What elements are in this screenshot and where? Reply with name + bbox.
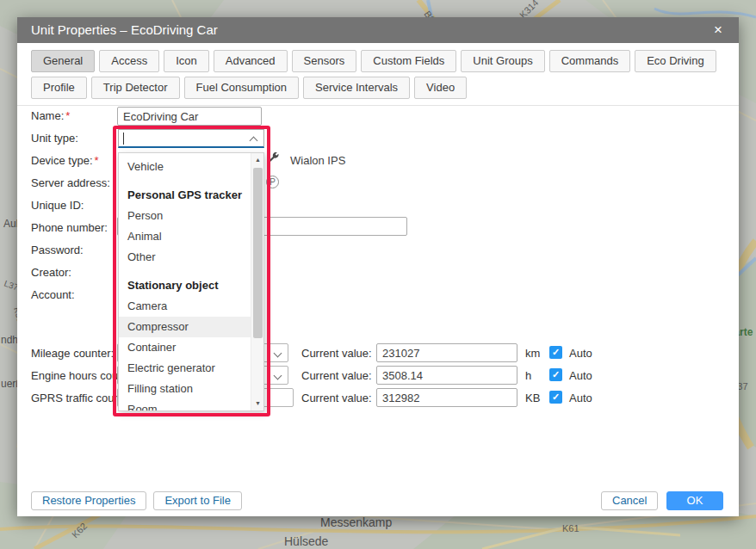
scroll-down-icon[interactable]: ▼ [251, 398, 264, 410]
footer-left-buttons: Restore Properties Export to File [31, 491, 242, 510]
unique-id-label: Unique ID: [31, 199, 84, 212]
engine-hours-current-value-input[interactable] [376, 366, 517, 385]
dropdown-scrollbar[interactable]: ▲ ▼ [251, 153, 263, 410]
close-icon[interactable]: × [708, 17, 728, 43]
required-asterisk: * [95, 154, 99, 167]
dropdown-item-compressor[interactable]: Compressor [119, 317, 251, 337]
text-caret [123, 133, 124, 145]
export-to-file-button[interactable]: Export to File [153, 491, 242, 510]
dialog-titlebar: Unit Properties – EcoDriving Car × [17, 17, 739, 43]
tab-fuel-consumption[interactable]: Fuel Consumption [184, 77, 300, 99]
tab-eco-driving[interactable]: Eco Driving [635, 50, 716, 72]
mileage-counter-label: Mileage counter: [31, 347, 114, 360]
tab-video[interactable]: Video [414, 77, 467, 99]
dropdown-item-vehicle[interactable]: Vehicle [119, 157, 251, 177]
mileage-unit-label: km [525, 347, 540, 360]
mileage-current-value-input[interactable] [376, 343, 517, 362]
gprs-unit-label: KB [525, 392, 540, 404]
unit-type-dropdown-list: Vehicle Personal GPS tracker Person Anim… [118, 152, 264, 411]
tab-access[interactable]: Access [99, 50, 159, 72]
dropdown-group-personal-gps-tracker: Personal GPS tracker [119, 185, 251, 206]
device-type-value[interactable]: Wialon IPS [290, 154, 345, 167]
tabs-separator [17, 105, 739, 106]
dropdown-group-stationary-object: Stationary object [119, 275, 251, 296]
server-address-label: Server address: [31, 176, 110, 189]
tab-profile[interactable]: Profile [31, 77, 87, 99]
mileage-auto-checkbox[interactable] [549, 346, 562, 359]
p-badge-icon: P [266, 176, 279, 188]
auto-label: Auto [569, 347, 592, 360]
gprs-auto-checkbox[interactable] [549, 391, 562, 404]
current-value-label: Current value: [301, 369, 372, 382]
auto-label: Auto [569, 369, 592, 382]
tab-general[interactable]: General [31, 50, 95, 72]
dropdown-item-container[interactable]: Container [119, 337, 251, 358]
required-asterisk: * [65, 109, 70, 122]
name-input[interactable] [117, 107, 262, 126]
tab-service-intervals[interactable]: Service Intervals [303, 77, 410, 99]
footer-right-buttons: Cancel OK [601, 491, 723, 510]
ok-button[interactable]: OK [666, 491, 723, 510]
unit-type-label: Unit type: [31, 132, 78, 145]
tab-unit-groups[interactable]: Unit Groups [461, 50, 544, 72]
creator-label: Creator: [31, 266, 71, 279]
tab-commands[interactable]: Commands [549, 50, 630, 72]
gprs-current-value-input[interactable] [376, 388, 517, 407]
current-value-label: Current value: [301, 347, 372, 360]
wrench-icon [267, 152, 280, 165]
dropdown-item-filling-station[interactable]: Filling station [119, 379, 251, 399]
dropdown-items: Vehicle Personal GPS tracker Person Anim… [119, 157, 251, 411]
unit-type-combobox[interactable] [118, 129, 264, 148]
phone-number-label: Phone number: [31, 221, 108, 234]
dropdown-item-other[interactable]: Other [119, 247, 251, 268]
account-label: Account: [31, 288, 75, 301]
engine-hours-auto-checkbox[interactable] [549, 368, 562, 381]
dialog-title: Unit Properties – EcoDriving Car [31, 22, 218, 37]
cancel-button[interactable]: Cancel [601, 491, 658, 510]
device-type-label: Device type:* [31, 154, 99, 167]
unit-properties-dialog: Unit Properties – EcoDriving Car × Gener… [17, 17, 739, 516]
tab-advanced[interactable]: Advanced [214, 50, 288, 72]
scrollbar-thumb[interactable] [253, 168, 263, 338]
scroll-up-icon[interactable]: ▲ [251, 154, 264, 166]
dropdown-item-room[interactable]: Room [119, 399, 251, 411]
chevron-up-icon[interactable] [250, 137, 258, 145]
dropdown-item-electric-generator[interactable]: Electric generator [119, 358, 251, 379]
tab-sensors[interactable]: Sensors [292, 50, 357, 72]
dropdown-item-animal[interactable]: Animal [119, 226, 251, 247]
name-label: Name:* [31, 109, 70, 122]
current-value-label: Current value: [301, 392, 372, 404]
dropdown-item-camera[interactable]: Camera [119, 296, 251, 317]
tab-custom-fields[interactable]: Custom Fields [361, 50, 456, 72]
dropdown-item-person[interactable]: Person [119, 206, 251, 226]
tabs-row-1: General Access Icon Advanced Sensors Cus… [31, 50, 716, 72]
auto-label: Auto [569, 392, 592, 404]
tabs-row-2: Profile Trip Detector Fuel Consumption S… [31, 77, 467, 99]
chevron-down-icon [274, 372, 282, 380]
tab-icon[interactable]: Icon [164, 50, 209, 72]
chevron-down-icon [274, 349, 282, 358]
restore-properties-button[interactable]: Restore Properties [31, 491, 146, 510]
screen: B6 K314 Auh L37 K30 ndh uerß garte A37 M… [0, 0, 756, 549]
password-label: Password: [31, 244, 84, 256]
engine-hours-unit-label: h [525, 369, 531, 382]
tab-trip-detector[interactable]: Trip Detector [91, 77, 180, 99]
